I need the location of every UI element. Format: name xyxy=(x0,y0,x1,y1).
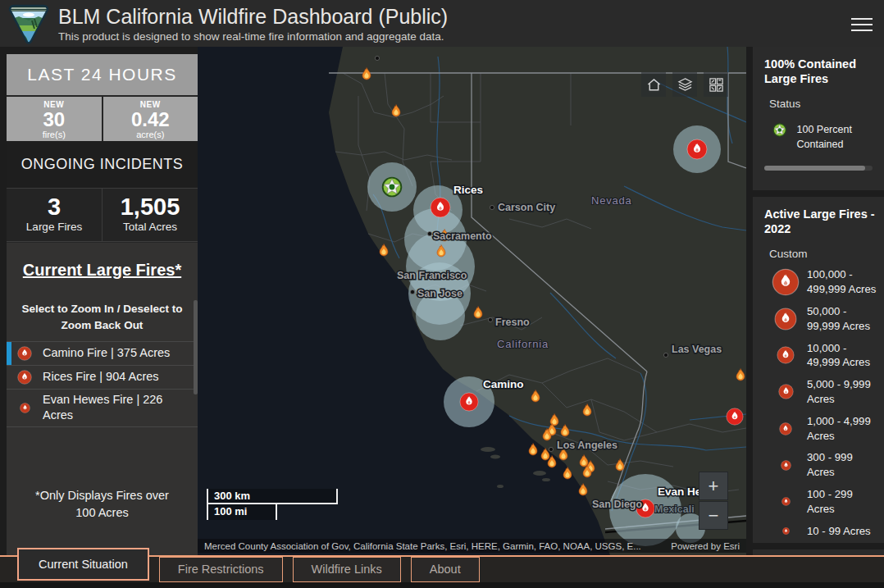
fire-icon-glyph xyxy=(781,460,791,471)
scale-bar: 300 km 100 mi xyxy=(207,489,338,520)
large-fire-icon[interactable] xyxy=(431,198,450,217)
map-label-fire: Camino xyxy=(483,378,524,390)
map-label-fire: Rices xyxy=(453,184,483,196)
fire-list-label: Evan Hewes Fire | 226 Acres xyxy=(43,392,193,424)
status-group-label: Status xyxy=(769,98,884,110)
zoom-in-button[interactable]: + xyxy=(699,472,728,500)
map-label-city-faint: Mexicali xyxy=(654,504,695,515)
legend-row: 100 - 299 Acres xyxy=(764,487,884,517)
legend-label: 10 - 99 Acres xyxy=(807,524,884,539)
hamburger-menu-icon[interactable] xyxy=(851,14,873,30)
fire-icon-glyph xyxy=(778,384,794,399)
fire-list-label: Rices Fire | 904 Acres xyxy=(43,369,159,385)
legend-fire-icon xyxy=(764,384,807,399)
new-stat-cell: NEW0.42acre(s) xyxy=(103,97,198,141)
city-dot xyxy=(375,56,379,60)
map-label-city: Sacramento xyxy=(433,230,492,242)
legend-label: 50,000 - 99,999 Acres xyxy=(807,304,884,334)
selection-indicator xyxy=(7,342,11,365)
legend-fire-icon xyxy=(764,497,807,506)
map-label-city: Los Angeles xyxy=(557,440,617,451)
contained-panel-scrollbar[interactable] xyxy=(764,166,873,171)
stat-unit: fire(s) xyxy=(7,130,102,139)
bottom-tab-bar: Current SituationFire RestrictionsWildfi… xyxy=(0,555,884,582)
ongoing-stat-cell: 3Large Fires xyxy=(7,189,102,241)
city-dot xyxy=(488,317,492,321)
large-fire-icon[interactable] xyxy=(460,393,478,411)
contained-fires-panel: 100% Contained Large Fires Status 100 Pe… xyxy=(753,47,884,190)
map-toolbar xyxy=(641,72,728,97)
city-dot xyxy=(427,231,431,235)
fire-icon-glyph xyxy=(774,308,797,330)
fire-size-legend: 100,000 - 499,999 Acres50,000 - 99,999 A… xyxy=(764,267,884,538)
current-large-fires-title: Current Large Fires* xyxy=(7,261,198,280)
fire-icon-glyph xyxy=(781,497,791,506)
contained-item-label: 100 Percent Contained xyxy=(796,121,884,152)
stat-unit: acre(s) xyxy=(103,130,198,139)
home-icon[interactable] xyxy=(641,72,666,97)
tab-current-situation[interactable]: Current Situation xyxy=(17,548,149,581)
legend-fire-icon xyxy=(764,268,807,296)
layers-icon[interactable] xyxy=(672,72,697,97)
fire-list: Camino Fire | 375 AcresRices Fire | 904 … xyxy=(7,341,198,427)
legend-row: 10,000 - 49,999 Acres xyxy=(764,341,884,371)
legend-label: 100,000 - 499,999 Acres xyxy=(807,267,884,297)
stat-value: 1,505 xyxy=(103,194,198,221)
basemap-gallery-icon[interactable] xyxy=(704,72,728,97)
legend-label: 5,000 - 9,999 Acres xyxy=(807,377,884,407)
contained-star-icon xyxy=(772,121,786,139)
zoom-out-button[interactable]: − xyxy=(699,501,728,530)
city-dot xyxy=(490,205,494,209)
active-fires-panel: Active Large Fires - 2022 Custom 100,000… xyxy=(753,197,884,543)
legend-label: 1,000 - 4,999 Acres xyxy=(807,414,884,444)
stat-label: Total Acres xyxy=(103,221,198,233)
zoom-controls: + − xyxy=(699,472,728,530)
legend-label: 100 - 299 Acres xyxy=(807,487,884,517)
tab-fire-restrictions[interactable]: Fire Restrictions xyxy=(159,557,283,582)
ongoing-stats-row: 3Large Fires1,505Total Acres xyxy=(7,189,198,242)
fire-list-item[interactable]: Rices Fire | 904 Acres xyxy=(7,365,198,389)
tab-about[interactable]: About xyxy=(411,557,480,582)
new-stat-cell: NEW30fire(s) xyxy=(7,97,102,141)
large-fire-icon[interactable] xyxy=(727,408,743,425)
ongoing-incidents-header: ONGOING INCIDENTS xyxy=(7,141,198,189)
map-label-state: Nevada xyxy=(591,194,632,207)
map-container: RicesCarson CityNevadaSacramentoSan Fran… xyxy=(198,47,746,555)
new-stats-row: NEW30fire(s)NEW0.42acre(s) xyxy=(7,97,198,141)
large-fire-icon[interactable] xyxy=(687,139,707,159)
legend-row: 300 - 999 Acres xyxy=(764,450,884,480)
basemap-layer xyxy=(198,47,746,555)
legend-row: 10 - 99 Acres xyxy=(764,524,884,539)
fire-icon-glyph xyxy=(782,527,790,535)
window-bottom-edge xyxy=(0,582,884,588)
legend-row: 100,000 - 499,999 Acres xyxy=(764,267,884,297)
fire-icon xyxy=(7,370,43,385)
fire-list-label: Camino Fire | 375 Acres xyxy=(43,345,170,362)
blm-logo xyxy=(7,4,50,45)
fire-list-item[interactable]: Camino Fire | 375 Acres xyxy=(7,341,198,365)
fire-icon-glyph xyxy=(777,346,795,364)
stat-label: Large Fires xyxy=(7,221,102,233)
tab-wildfire-links[interactable]: Wildfire Links xyxy=(293,557,401,582)
last-24-hours-header: LAST 24 HOURS xyxy=(7,54,198,97)
map-label-city: Fresno xyxy=(495,317,530,328)
fire-list-item[interactable]: Evan Hewes Fire | 226 Acres xyxy=(7,389,198,427)
scale-km: 300 km xyxy=(207,489,338,504)
fire-icon-glyph xyxy=(17,370,32,385)
page-title: BLM California Wildfire Dashboard (Publi… xyxy=(58,6,884,29)
selection-indicator xyxy=(7,366,11,389)
powered-by-esri: Powered by Esri xyxy=(671,541,740,551)
ongoing-stat-cell: 1,505Total Acres xyxy=(102,189,198,241)
current-large-fires-panel: Current Large Fires* Select to Zoom In /… xyxy=(7,243,198,555)
legend-fire-icon xyxy=(764,460,807,471)
contained-fire-icon[interactable] xyxy=(383,178,402,197)
map-canvas[interactable]: RicesCarson CityNevadaSacramentoSan Fran… xyxy=(198,47,746,555)
page-subtitle: This product is designed to show real-ti… xyxy=(58,30,884,43)
legend-row: 1,000 - 4,999 Acres xyxy=(764,414,884,444)
legend-fire-icon xyxy=(764,308,807,330)
fire-icon-glyph xyxy=(20,403,30,413)
fire-icon xyxy=(7,403,43,413)
stats-sidebar: LAST 24 HOURS NEW30fire(s)NEW0.42acre(s)… xyxy=(7,54,198,555)
stat-value: 0.42 xyxy=(103,109,198,130)
city-dot xyxy=(549,447,553,451)
